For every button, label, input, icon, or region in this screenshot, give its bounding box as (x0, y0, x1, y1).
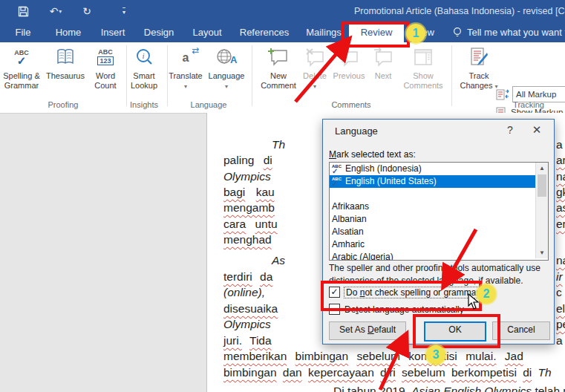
ribbon-tab-row: File Home Insert Design Layout Reference… (0, 22, 565, 42)
text-run: Asian English Olympics (411, 385, 532, 392)
language-list-item[interactable]: ABC✓English (United States) (330, 175, 548, 188)
track-changes-icon (457, 45, 500, 70)
cancel-button[interactable]: Cancel (492, 321, 550, 340)
document-line-fragment: ir (556, 270, 563, 284)
tab-file[interactable]: File (9, 22, 37, 42)
document-line-fragment: gk (556, 185, 565, 200)
text-run: na (556, 170, 565, 183)
delete-comment-button[interactable]: Delete ▾ (297, 45, 333, 91)
tab-design[interactable]: Design (141, 22, 177, 42)
text-run (532, 366, 538, 379)
next-comment-icon (367, 45, 399, 70)
quick-access-toolbar: ↶▾ ↻ ▾ (0, 0, 134, 22)
document-line: Olympics (223, 169, 271, 184)
tab-mailings[interactable]: Mailings (301, 22, 346, 42)
text-run: paling (223, 154, 254, 166)
smart-lookup-button[interactable]: i SmartLookup (123, 45, 165, 91)
spelling-grammar-button[interactable]: ABC✓ Spelling &Grammar (0, 45, 45, 91)
set-as-default-button[interactable]: Set As Default (329, 321, 406, 340)
document-line: (online), (223, 285, 265, 300)
dialog-close-icon[interactable]: ✕ (527, 122, 546, 137)
document-line: terdiri da (223, 270, 272, 284)
language-list-item-label: Amharic (332, 238, 365, 251)
new-comment-icon (257, 45, 300, 70)
undo-button[interactable]: ↶▾ (46, 2, 65, 20)
text-run: ela (556, 302, 565, 315)
text-run: di (264, 154, 272, 166)
text-run: juri. (223, 334, 242, 347)
text-run: terdiri (223, 270, 252, 283)
language-button[interactable]: A Language▾ (205, 45, 248, 91)
thesaurus-button[interactable]: Thesaurus (43, 45, 88, 81)
tab-references[interactable]: References (238, 22, 291, 42)
text-run (302, 366, 308, 379)
text-run (242, 334, 249, 347)
text-run (252, 270, 260, 283)
step-badge-1: 1 (406, 24, 425, 43)
translate-button[interactable]: a⇄ Translate▾ (165, 45, 206, 91)
group-label-comments: Comments (307, 100, 396, 109)
language-list-item[interactable]: Amharic (330, 238, 548, 251)
word-window: ↶▾ ↻ ▾ Promotional Article (Bahasa Indon… (0, 0, 565, 392)
text-run: (online), (223, 286, 265, 298)
previous-comment-button[interactable]: Previous (329, 45, 369, 81)
text-run: Di tahun 2019, (333, 385, 411, 392)
text-run: berkompetisi (451, 366, 517, 379)
document-line-fragment: ela (556, 301, 565, 316)
document-line-fragment: as (556, 200, 565, 215)
redo-button[interactable]: ↻ (77, 2, 97, 20)
text-run: dan (283, 366, 302, 379)
word-count-button[interactable]: ABC123 WordCount (86, 45, 125, 91)
language-list-item-label: English (United States) (345, 175, 437, 188)
document-line-fragment: er (556, 217, 565, 232)
text-run: menghad (223, 233, 272, 246)
text-run (396, 366, 402, 379)
language-list-item[interactable]: ABC✓English (Indonesia) (330, 163, 548, 175)
scroll-down-icon[interactable]: ▼ (536, 247, 548, 258)
document-line-fragment: na (556, 253, 565, 268)
text-run: a (556, 138, 563, 151)
show-comments-button[interactable]: ShowComments (401, 45, 445, 91)
document-line: bagi kau (223, 185, 275, 200)
annotation-box-checkbox (321, 281, 482, 311)
save-icon[interactable] (13, 2, 33, 20)
customize-qat-icon[interactable]: ▾ (114, 2, 134, 20)
word-count-icon: ABC123 (86, 45, 125, 70)
tell-me-box[interactable]: Tell me what you want to (453, 22, 565, 42)
document-line: cara untu (223, 217, 278, 232)
undo-caret-icon[interactable]: ▾ (59, 8, 62, 15)
text-run: diri (380, 366, 396, 379)
language-list-item[interactable]: Afrikaans (330, 200, 548, 213)
document-line-fragment: c (556, 285, 562, 300)
track-changes-button[interactable]: TrackChanges ▾ (457, 45, 500, 91)
new-comment-button[interactable]: NewComment (257, 45, 300, 91)
tab-insert[interactable]: Insert (97, 22, 129, 42)
language-list-item[interactable] (330, 188, 548, 200)
group-label-language: Language (164, 100, 253, 109)
tab-home[interactable]: Home (52, 22, 85, 42)
next-comment-button[interactable]: Next (367, 45, 399, 81)
text-run: as (556, 201, 565, 214)
tell-me-label: Tell me what you want to (467, 27, 565, 38)
dialog-help-button[interactable]: ? (500, 122, 520, 137)
spelling-grammar-icon: ABC✓ (0, 45, 45, 70)
scroll-up-icon[interactable]: ▲ (536, 163, 548, 174)
abc-check-icon: ABC✓ (332, 165, 344, 174)
scrollbar-thumb[interactable] (538, 174, 546, 197)
group-label-proofing: Proofing (19, 100, 108, 109)
language-list-item[interactable]: Arabic (Algeria) (330, 251, 548, 261)
language-list-item[interactable]: Albanian (330, 213, 548, 226)
text-run: mulai. (466, 350, 496, 362)
text-run: bimbingan (223, 366, 277, 379)
tab-layout[interactable]: Layout (189, 22, 226, 42)
document-line-fragment: a (556, 137, 563, 152)
language-list-item[interactable]: Alsatian (330, 226, 548, 238)
document-line-fragment: a (556, 333, 563, 348)
speller-info-line1: The speller and other proofing tools aut… (329, 262, 544, 275)
ribbon: ABC✓ Spelling &Grammar Thesaurus ABC123 … (0, 42, 565, 114)
language-globe-icon: A (205, 45, 248, 70)
text-run: er (556, 218, 565, 230)
language-listbox[interactable]: ABC✓English (Indonesia)ABC✓English (Unit… (329, 162, 549, 261)
listbox-scrollbar[interactable]: ▲ ▼ (535, 163, 548, 258)
text-run: mengamb (223, 201, 275, 214)
